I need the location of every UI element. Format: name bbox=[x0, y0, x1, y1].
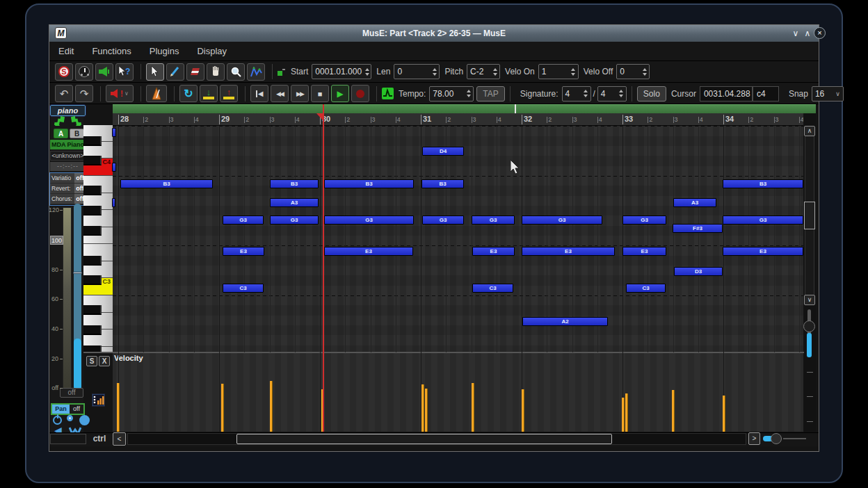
piano-key-black[interactable] bbox=[83, 226, 102, 236]
pan-control[interactable]: Pan off bbox=[51, 403, 85, 415]
midi-note[interactable]: B3 bbox=[421, 179, 464, 188]
eraser-tool-button[interactable] bbox=[186, 63, 204, 81]
midi-note[interactable]: C3 bbox=[472, 284, 513, 293]
start-spinbox[interactable]: 0001.01.000 bbox=[312, 64, 371, 79]
menu-functions[interactable]: Functions bbox=[92, 46, 131, 56]
piano-key-black[interactable] bbox=[83, 136, 102, 146]
velocity-canvas[interactable] bbox=[113, 353, 803, 432]
pan-tool-button[interactable] bbox=[207, 63, 225, 81]
stop-button[interactable]: ■ bbox=[311, 85, 329, 102]
ctrl-button[interactable]: ctrl bbox=[88, 433, 111, 445]
ring-icon[interactable] bbox=[67, 415, 73, 421]
velocity-bar[interactable] bbox=[672, 390, 675, 432]
rewind-button[interactable]: ◀◀ bbox=[271, 85, 289, 102]
midi-note[interactable]: G3 bbox=[622, 215, 666, 225]
midi-note[interactable]: G3 bbox=[270, 215, 319, 225]
draw-line-tool-button[interactable] bbox=[247, 63, 265, 81]
pointer-tool-button[interactable] bbox=[146, 63, 164, 81]
horizontal-scrollbar-thumb[interactable] bbox=[236, 434, 612, 444]
play-button[interactable]: ▶ bbox=[331, 85, 349, 102]
midi-note[interactable]: C3 bbox=[626, 284, 666, 293]
spinner-arrows[interactable] bbox=[618, 90, 626, 97]
metronome-button[interactable] bbox=[146, 85, 167, 102]
maximize-icon[interactable]: ∧ bbox=[801, 26, 814, 40]
midi-note[interactable]: A3 bbox=[270, 198, 319, 207]
spinner-arrows[interactable] bbox=[465, 90, 473, 97]
len-spinbox[interactable]: 0 bbox=[394, 64, 440, 79]
snap-combobox[interactable]: 16 ∨ bbox=[812, 86, 844, 101]
midi-note[interactable]: G3 bbox=[472, 215, 515, 225]
midi-note[interactable]: B3 bbox=[723, 179, 803, 188]
midi-note[interactable]: G3 bbox=[223, 215, 264, 225]
velocity-bar[interactable] bbox=[625, 393, 628, 432]
pitch-spinbox[interactable]: C-2 bbox=[467, 64, 500, 79]
undo-button[interactable]: ↶ bbox=[55, 85, 73, 102]
midi-note[interactable]: A3 bbox=[673, 198, 716, 207]
midi-thru-button[interactable] bbox=[95, 63, 113, 81]
scroll-right-button[interactable]: > bbox=[748, 432, 760, 445]
midi-control-row[interactable]: Revert:off bbox=[50, 184, 86, 194]
midi-note[interactable]: B3 bbox=[270, 179, 319, 188]
shade-icon[interactable]: ∨ bbox=[789, 26, 802, 40]
close-icon[interactable]: × bbox=[814, 27, 826, 39]
midi-note[interactable]: G3 bbox=[522, 215, 602, 225]
whats-this-button[interactable]: ? bbox=[115, 63, 134, 81]
spinner-arrows[interactable] bbox=[570, 68, 578, 76]
velocity-bar[interactable] bbox=[723, 396, 725, 432]
midi-note[interactable]: G3 bbox=[422, 215, 464, 225]
skip-to-start-button[interactable]: ◀ bbox=[250, 85, 268, 102]
velocity-bar[interactable] bbox=[425, 389, 428, 432]
velocity-bar[interactable] bbox=[522, 389, 524, 432]
punch-out-button[interactable]: ↑ bbox=[220, 85, 238, 102]
midi-note[interactable]: E3 bbox=[472, 247, 515, 256]
title-bar[interactable]: M MusE: Part <Track 2> 26-35 — MusE bbox=[49, 25, 819, 42]
zoom-tool-button[interactable] bbox=[227, 63, 245, 81]
velocity-slider-handle[interactable] bbox=[73, 272, 82, 274]
midi-note[interactable]: E3 bbox=[223, 247, 264, 256]
piano-key-black[interactable] bbox=[83, 275, 102, 285]
midi-note[interactable]: D3 bbox=[674, 267, 723, 276]
spinner-arrows[interactable] bbox=[492, 68, 499, 76]
velocity-bar[interactable] bbox=[622, 398, 625, 432]
spinner-arrows[interactable] bbox=[364, 68, 371, 76]
part-strip[interactable] bbox=[113, 104, 816, 113]
part-name-button[interactable]: piano bbox=[50, 105, 86, 116]
sig-denominator-spinbox[interactable]: 4 bbox=[597, 86, 627, 101]
vzoom-slider-knob[interactable] bbox=[803, 320, 815, 332]
loop-button[interactable]: ↻ bbox=[179, 85, 198, 102]
tempo-spinbox[interactable]: 78.00 bbox=[429, 86, 474, 101]
velocity-bar[interactable] bbox=[472, 383, 474, 432]
punch-in-button[interactable]: ↓ bbox=[200, 85, 218, 102]
patch-name[interactable]: <unknown> bbox=[50, 151, 86, 161]
midi-note[interactable] bbox=[112, 128, 116, 137]
midi-note[interactable]: A2 bbox=[522, 317, 608, 326]
hzoom-slider-track[interactable] bbox=[783, 438, 806, 439]
piano-key-black[interactable] bbox=[83, 305, 102, 315]
piano-key-black[interactable] bbox=[83, 156, 102, 165]
route-in-arrow-icon[interactable] bbox=[53, 115, 67, 128]
spinner-arrows[interactable] bbox=[641, 68, 649, 76]
solo-button[interactable]: Solo bbox=[637, 86, 666, 101]
vertical-scrollbar-thumb[interactable] bbox=[804, 202, 815, 229]
scroll-up-button[interactable]: ∧ bbox=[804, 126, 815, 136]
velocity-bar[interactable] bbox=[221, 384, 224, 432]
hzoom-slider-knob[interactable] bbox=[771, 433, 782, 444]
velo-off-spinbox[interactable]: 0 bbox=[616, 64, 650, 79]
midi-note[interactable]: E3 bbox=[622, 247, 666, 256]
piano-key-black[interactable] bbox=[83, 325, 102, 335]
spinner-arrows[interactable] bbox=[583, 90, 590, 97]
redo-button[interactable]: ↷ bbox=[75, 85, 93, 102]
piano-key-black[interactable] bbox=[83, 206, 102, 215]
midi-note[interactable]: B3 bbox=[324, 179, 414, 188]
menu-display[interactable]: Display bbox=[197, 46, 227, 56]
midi-control-row[interactable]: Chorus:off bbox=[50, 194, 86, 204]
part-b-button[interactable]: B bbox=[70, 129, 84, 138]
velocity-bar[interactable] bbox=[270, 381, 273, 432]
midi-note[interactable]: E3 bbox=[723, 247, 803, 256]
solo-indicator-button[interactable]: S bbox=[55, 63, 73, 81]
midi-note[interactable] bbox=[112, 163, 116, 172]
midi-note[interactable]: C3 bbox=[223, 284, 264, 293]
midi-note[interactable]: E3 bbox=[522, 247, 615, 256]
spinner-arrows[interactable] bbox=[431, 68, 439, 76]
piano-key-black[interactable] bbox=[83, 186, 102, 195]
